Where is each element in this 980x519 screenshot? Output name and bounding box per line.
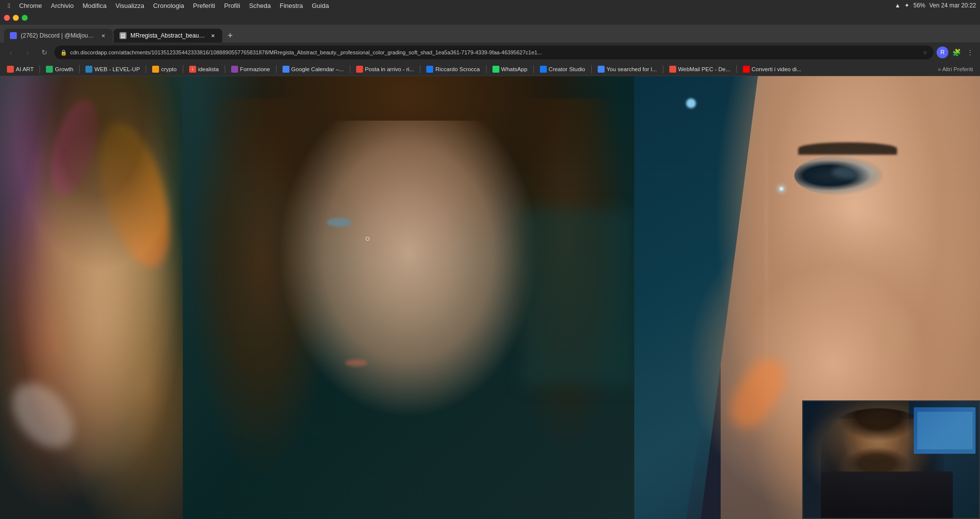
discord-tab-close[interactable]: ✕ [100,32,107,39]
visualizza-menu[interactable]: Visualizza [112,1,148,10]
bookmark-posta[interactable]: Posta in arrivo - ri... [353,65,417,74]
macos-menubar:  Chrome Archivio Modifica Visualizza Cr… [0,0,980,11]
bookmark-sep-5 [225,65,225,73]
whatsapp-favicon [492,66,499,73]
webcam-overlay [802,400,980,519]
bookmark-idealista[interactable]: i idealista [186,65,222,74]
blue-highlight [686,98,696,108]
bookmark-ai-art[interactable]: AI ART [4,65,37,74]
ai-art-label: AI ART [16,66,34,72]
tab-bar: (2762) Discord | @Midjourney... ✕ 🖼 MRre… [0,25,980,43]
scheda-menu[interactable]: Scheda [245,1,275,10]
image-tab-title: MRregista_Abstract_beauty... [130,32,205,39]
growth-label: Growth [55,66,73,72]
bookmark-sep-4 [183,65,183,73]
creator-studio-favicon [540,66,547,73]
modifica-menu[interactable]: Modifica [79,1,110,10]
webcam-video-person [803,401,979,518]
close-window-button[interactable] [4,15,10,21]
bookmark-sep-10 [533,65,534,73]
white-shape [3,371,83,460]
webcam-monitor-content-small [917,412,973,449]
address-bar-icons: ☆ [923,49,928,56]
formazione-favicon [231,66,238,73]
address-bar[interactable]: 🔒 cdn.discordapp.com/attachments/1013512… [54,45,934,59]
bookmark-riccardo[interactable]: Riccardo Scrocca [423,65,483,74]
bluetooth-icon: ✦ [904,2,909,9]
datetime-display: Ven 24 mar 20:22 [929,2,976,9]
ai-art-favicon [7,66,14,73]
bookmark-searched[interactable]: You searched for l... [595,65,660,74]
bookmark-sep-13 [736,65,737,73]
apple-menu[interactable]:  [4,1,14,10]
posta-label: Posta in arrivo - ri... [365,66,414,72]
reload-button[interactable]: ↻ [38,45,51,59]
minimize-window-button[interactable] [13,15,19,21]
bookmark-sep-11 [591,65,592,73]
main-content-area [0,76,980,519]
image-tab-close[interactable]: ✕ [209,32,216,39]
bookmark-converti[interactable]: Converti i video di... [740,65,805,74]
cronologia-menu[interactable]: Cronologia [149,1,188,10]
bookmark-sep-6 [276,65,277,73]
forward-button[interactable]: › [21,45,35,59]
discord-tab-title: (2762) Discord | @Midjourney... [21,32,96,39]
discord-favicon [10,32,17,39]
bookmark-google-cal[interactable]: Google Calendar –... [280,65,347,74]
image-panel-left [0,76,183,519]
bookmark-crypto[interactable]: crypto [149,65,179,74]
converti-label: Converti i video di... [752,66,802,72]
left-abstract-shapes [0,76,183,519]
webcam-monitor-screen-small [914,407,976,454]
profile-icon[interactable]: R [937,46,948,58]
guida-menu[interactable]: Guida [308,1,333,10]
bookmark-sep-8 [420,65,420,73]
tab-discord[interactable]: (2762) Discord | @Midjourney... ✕ [4,29,113,43]
webmail-favicon [669,66,676,73]
bookmark-webmail[interactable]: WebMail PEC - De... [666,65,734,74]
pink-shape [42,95,106,201]
bookmark-growth[interactable]: Growth [43,65,76,74]
searched-label: You searched for l... [607,66,657,72]
bookmark-sep-2 [79,65,80,73]
bookmark-sep-1 [40,65,40,73]
idealista-label: idealista [198,66,219,72]
web-levelup-label: WEB - LEVEL-UP [94,66,140,72]
bookmark-star-icon[interactable]: ☆ [923,49,928,56]
google-cal-favicon [283,66,289,73]
riccardo-label: Riccardo Scrocca [435,66,480,72]
navbar-right-buttons: R 🧩 ⋮ [937,46,976,58]
yellow-shape [82,115,183,274]
traffic-lights [4,15,28,21]
extensions-icon[interactable]: 🧩 [950,46,962,58]
back-button[interactable]: ‹ [4,45,18,59]
middle-bg-gradient [183,76,634,519]
url-display: cdn.discordapp.com/attachments/101351233… [70,49,920,55]
bookmark-creator-studio[interactable]: Creator Studio [537,65,588,74]
tab-image[interactable]: 🖼 MRregista_Abstract_beauty... ✕ [114,29,222,43]
orange-accent [722,351,793,435]
archivio-menu[interactable]: Archivio [47,1,78,10]
chrome-menu[interactable]: Chrome [15,1,46,10]
more-options-icon[interactable]: ⋮ [964,46,976,58]
finestra-menu[interactable]: Finestra [276,1,307,10]
bookmark-sep-12 [663,65,663,73]
bookmark-web-levelup[interactable]: WEB - LEVEL-UP [82,65,143,74]
profili-menu[interactable]: Profili [220,1,245,10]
growth-favicon [46,66,53,73]
bookmark-sep-9 [486,65,487,73]
webcam-bg-monitor-small [914,407,976,454]
preferiti-menu[interactable]: Preferiti [189,1,219,10]
more-bookmarks-button[interactable]: » Altri Preferiti [935,65,976,73]
image-panel-middle [183,76,634,519]
crypto-label: crypto [161,66,176,72]
google-cal-label: Google Calendar –... [291,66,344,72]
whatsapp-label: WhatsApp [501,66,528,72]
crypto-favicon [152,66,159,73]
new-tab-button[interactable]: + [223,29,237,43]
bookmark-sep-7 [350,65,350,73]
bookmark-formazione[interactable]: Formazione [228,65,273,74]
maximize-window-button[interactable] [22,15,28,21]
bookmark-whatsapp[interactable]: WhatsApp [490,65,531,74]
riccardo-favicon [426,66,433,73]
